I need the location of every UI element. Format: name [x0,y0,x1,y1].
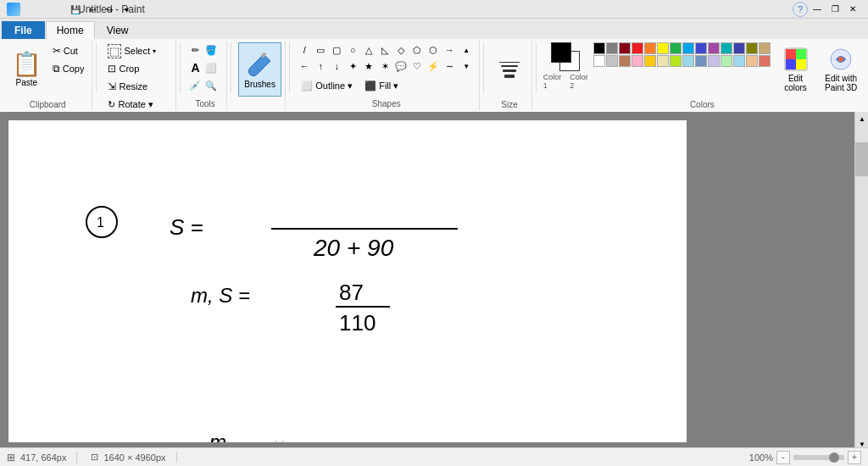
swatch-blue[interactable] [682,42,694,54]
shapes-scroll-up[interactable]: ▲ [459,42,474,58]
swatch-gray[interactable] [606,42,618,54]
svg-text:20 + 90: 20 + 90 [313,235,394,261]
shape-rect[interactable]: ▭ [313,42,328,58]
outline-button[interactable]: ⬜ Outline ▾ [297,77,357,94]
size-button[interactable] [491,42,527,97]
eraser-button[interactable]: ⬜ [203,60,219,75]
rotate-button[interactable]: ↻ Rotate ▾ [103,96,160,113]
magnifier-button[interactable]: 🔍 [203,79,219,94]
swatch-purple[interactable] [708,42,720,54]
shape-5point-star[interactable]: ★ [361,58,376,74]
shape-arrow-up[interactable]: ↑ [313,58,328,74]
text-button[interactable]: A [187,60,203,75]
edit-colors-button[interactable]: Edit colors [776,42,816,97]
color-labels: Color1 Color2 [543,73,588,90]
pencil-button[interactable]: ✏ [187,42,203,58]
swatch-yellow[interactable] [657,42,669,54]
fill-button[interactable]: 🪣 [203,42,219,58]
swatch-lightblue[interactable] [682,55,694,67]
shape-hexagon[interactable]: ⬡ [426,42,441,58]
shape-lightning[interactable]: ⚡ [426,58,441,74]
swatch-lightgray[interactable] [606,55,618,67]
shape-ellipse[interactable]: ○ [345,42,360,58]
swatch-cream[interactable] [657,55,669,67]
scroll-down-button[interactable]: ▼ [855,437,868,447]
tab-view[interactable]: View [96,21,140,39]
select-button[interactable]: ⬚ Select ▾ [103,42,160,59]
swatch-darkblue[interactable] [695,42,707,54]
shape-heart[interactable]: ♡ [409,58,425,74]
swatch-pink[interactable] [632,55,643,67]
svg-rect-2 [786,49,796,59]
math-drawing: 1 S = 20 + 90 m, S = 87 110 [8,120,687,442]
swatch-red[interactable] [632,42,643,54]
swatch-darkred[interactable] [619,42,631,54]
swatch-peach[interactable] [746,55,758,67]
zoom-slider-thumb[interactable] [829,452,839,463]
canvas-container: 1 S = 20 + 90 m, S = 87 110 [0,112,868,447]
shape-triangle[interactable]: △ [361,42,376,58]
shapes-scroll-down[interactable]: ▼ [459,58,474,74]
copy-button[interactable]: ⧉ Copy [48,60,89,77]
close-button[interactable]: ✕ [844,2,861,17]
swatch-gold[interactable] [644,55,656,67]
tools-group: ✏ 🪣 A ⬜ 💉 🔍 Tools [184,41,226,110]
shape-6point-star[interactable]: ✶ [377,58,392,74]
shape-arrow-left[interactable]: ← [297,58,312,74]
swatch-black[interactable] [593,42,605,54]
resize-button[interactable]: ⇲ Resize [103,78,160,95]
color-picker-button[interactable]: 💉 [187,79,203,94]
paint3d-button[interactable]: Edit with Paint 3D [821,42,861,97]
paint3d-icon [829,47,853,71]
swatch-mintgreen[interactable] [721,55,732,67]
redo-button[interactable]: ↪ [102,2,117,17]
help-button[interactable]: ? [793,2,808,17]
color-preview[interactable] [551,42,580,71]
shape-callout[interactable]: 💬 [393,58,409,74]
zoom-in-button[interactable]: + [848,451,861,464]
swatch-tan[interactable] [759,42,771,54]
swatch-lavender[interactable] [708,55,720,67]
canvas-area[interactable]: 1 S = 20 + 90 m, S = 87 110 [8,120,687,442]
color2-label: Color2 [570,73,588,90]
paste-button[interactable]: 📋 Paste [7,42,47,97]
swatch-skyblue2[interactable] [733,55,745,67]
shape-rounded-rect[interactable]: ▢ [329,42,344,58]
swatch-green[interactable] [670,42,682,54]
shape-curved-line[interactable]: ∼ [442,58,457,74]
swatch-brown[interactable] [619,55,631,67]
shape-diamond[interactable]: ◇ [393,42,409,58]
crop-button[interactable]: ⊡ Crop [103,60,160,77]
zoom-slider[interactable] [793,455,844,460]
scroll-thumb-vertical[interactable] [855,142,868,176]
shape-arrow-right[interactable]: → [442,42,457,58]
swatch-white[interactable] [593,55,605,67]
cut-button[interactable]: ✂ Cut [48,42,89,59]
swatch-olive[interactable] [746,42,758,54]
scroll-up-button[interactable]: ▲ [855,112,868,125]
minimize-button[interactable]: — [809,2,826,17]
swatch-teal[interactable] [721,42,732,54]
copy-icon: ⧉ [53,63,60,75]
fill-shapes-button[interactable]: ⬛ Fill ▾ [360,77,403,94]
shape-rightangle[interactable]: ◺ [377,42,392,58]
coordinates-value: 417, 664px [20,452,66,463]
shape-arrow-down[interactable]: ↓ [329,58,344,74]
swatch-orange[interactable] [644,42,656,54]
qa-dropdown-button[interactable]: ▾ [119,2,134,17]
shape-pentagon[interactable]: ⬠ [409,42,425,58]
zoom-out-button[interactable]: - [776,451,790,464]
shape-line[interactable]: / [297,42,312,58]
resize-icon: ⇲ [108,80,116,92]
undo-button[interactable]: ↩ [85,2,100,17]
tab-home[interactable]: Home [46,21,95,40]
save-button[interactable]: 💾 [68,2,83,17]
tab-file[interactable]: File [2,21,45,39]
swatch-periwinkle[interactable] [695,55,707,67]
brushes-button[interactable]: Brushes [238,42,281,97]
swatch-lime[interactable] [670,55,682,67]
shape-4point-star[interactable]: ✦ [345,58,360,74]
maximize-button[interactable]: ❐ [826,2,843,17]
swatch-salmon[interactable] [759,55,771,67]
swatch-indigo[interactable] [733,42,745,54]
